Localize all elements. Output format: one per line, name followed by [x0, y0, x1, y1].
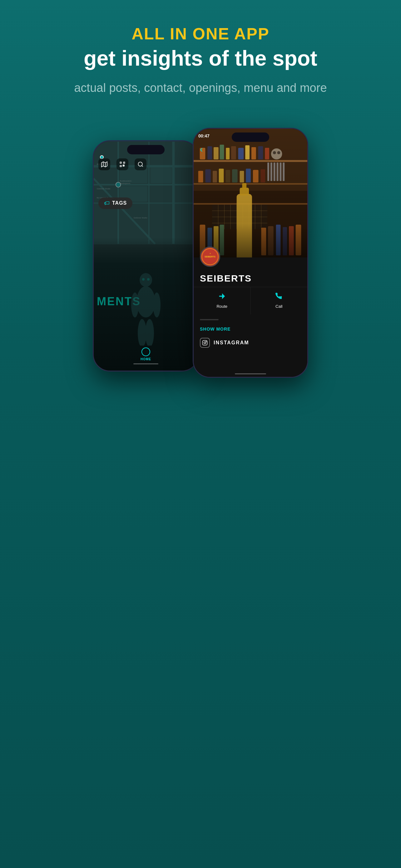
venue-logo: SEIBERTS ★ [200, 247, 220, 267]
svg-point-106 [206, 342, 206, 342]
svg-point-28 [138, 162, 142, 166]
svg-rect-104 [203, 341, 207, 345]
status-bar-right: 00:47 [198, 133, 303, 138]
svg-point-33 [147, 278, 149, 281]
action-buttons: Route Call [194, 287, 307, 314]
home-indicator-right [235, 373, 266, 374]
search-button[interactable] [135, 158, 146, 170]
svg-point-105 [204, 342, 206, 344]
svg-point-36 [138, 319, 146, 346]
phones-showcase: ANGESHEIM Bundesstation Heulingstock Gie… [0, 115, 401, 397]
divider-pill [200, 319, 219, 320]
svg-point-30 [140, 273, 152, 287]
instagram-label: INSTAGRAM [213, 340, 249, 346]
svg-point-34 [131, 292, 139, 317]
svg-text:Gießener Straße: Gießener Straße [134, 217, 147, 219]
venue-info-section: SEIBERTS ★ SEIBERTS Route [194, 257, 307, 376]
back-button[interactable]: ‹ [200, 144, 203, 154]
tags-button[interactable]: 🏷 TAGS [98, 197, 132, 209]
map-view-button[interactable] [98, 158, 110, 170]
page-subtitle: actual posts, contact, openings, menu an… [12, 80, 389, 96]
call-label: Call [275, 304, 282, 309]
instagram-icon [200, 338, 210, 348]
phone-right: 00:47 ‹ SEIBERTS ★ [193, 128, 308, 378]
phone-left: ANGESHEIM Bundesstation Heulingstock Gie… [93, 140, 199, 372]
svg-rect-27 [124, 165, 124, 165]
svg-point-32 [142, 278, 144, 281]
svg-text:Heulingstock: Heulingstock [120, 183, 131, 184]
svg-marker-103 [219, 293, 225, 299]
app-tagline: ALL IN ONE APP [12, 25, 389, 43]
phone-right-content: 00:47 ‹ SEIBERTS ★ [194, 129, 307, 377]
route-label: Route [216, 304, 227, 309]
svg-rect-23 [120, 165, 122, 166]
svg-point-35 [153, 292, 161, 317]
venue-header: SEIBERTS ★ SEIBERTS [194, 257, 307, 287]
svg-rect-98 [194, 129, 307, 264]
svg-rect-22 [123, 162, 125, 163]
tags-label: TAGS [112, 200, 127, 206]
instagram-row: INSTAGRAM [194, 333, 307, 352]
svg-rect-25 [124, 165, 124, 166]
svg-marker-18 [101, 161, 107, 167]
svg-text:Gießener Straße: Gießener Straße [97, 187, 110, 189]
tags-icon: 🏷 [104, 200, 110, 207]
home-icon [141, 347, 150, 356]
toolbar-left [98, 158, 193, 170]
bar-image: 00:47 ‹ [194, 129, 307, 265]
qr-button[interactable] [116, 158, 128, 170]
svg-point-37 [145, 319, 154, 346]
bottom-nav-left: HOME [94, 347, 198, 364]
svg-text:Bundesstation: Bundesstation [120, 180, 132, 182]
map-svg: ANGESHEIM Bundesstation Heulingstock Gie… [94, 141, 198, 244]
svg-rect-26 [123, 165, 124, 166]
figure-silhouette [127, 271, 165, 346]
svg-rect-24 [123, 165, 124, 165]
page-title: get insights of the spot [12, 46, 389, 70]
route-button[interactable]: Route [194, 287, 251, 314]
svg-point-31 [136, 286, 155, 317]
time-display: 00:47 [198, 133, 209, 138]
header-section: ALL IN ONE APP get insights of the spot … [0, 0, 401, 115]
bar-scene-svg [194, 129, 307, 265]
route-icon [219, 293, 226, 302]
phone-notch-left [127, 145, 165, 154]
svg-rect-21 [120, 162, 122, 163]
show-more-button[interactable]: SHOW MORE [194, 325, 307, 333]
home-label[interactable]: HOME [140, 358, 151, 361]
home-indicator [133, 363, 158, 364]
svg-text:SEIBERTS: SEIBERTS [205, 256, 215, 258]
phone-left-content: ANGESHEIM Bundesstation Heulingstock Gie… [94, 141, 198, 371]
phone-left-dark-section: MENTS [94, 238, 198, 371]
svg-line-29 [142, 165, 143, 166]
call-button[interactable]: Call [251, 287, 308, 314]
call-icon [275, 293, 282, 302]
map-area: ANGESHEIM Bundesstation Heulingstock Gie… [94, 141, 198, 244]
